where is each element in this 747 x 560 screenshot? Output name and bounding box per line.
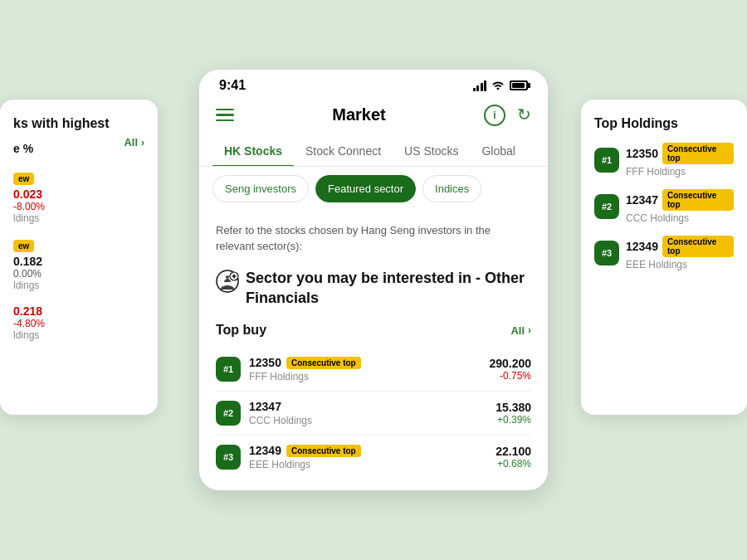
consecutive-badge: Consecutive top bbox=[286, 445, 361, 457]
price: 0.023 bbox=[13, 187, 144, 201]
tab-hk-stocks[interactable]: HK Stocks bbox=[212, 136, 294, 166]
status-icons bbox=[473, 79, 529, 92]
stock-code: 12347 bbox=[626, 193, 658, 207]
right-info: 12349 Consecutive top EEE Holdings bbox=[626, 236, 734, 270]
right-code-row: 12350 Consecutive top bbox=[626, 143, 734, 164]
stock-code: 12350 bbox=[626, 147, 658, 160]
stock-code: 12349 bbox=[249, 444, 281, 457]
stock-code: 12349 bbox=[626, 240, 658, 253]
menu-button[interactable] bbox=[216, 109, 234, 122]
left-card: ks with highest e % All › ew 0.023 -8.00… bbox=[0, 100, 158, 415]
menu-line bbox=[216, 114, 234, 116]
price-value: 290.200 bbox=[489, 357, 531, 370]
menu-line bbox=[216, 119, 234, 122]
top-buy-section: Top buy All › #1 12350 Consecutive top bbox=[216, 323, 531, 479]
stock-info: 12349 Consecutive top EEE Holdings bbox=[249, 444, 487, 470]
stock-price: 290.200 -0.75% bbox=[489, 357, 531, 382]
sector-title: Sector you may be interested in - Other … bbox=[246, 268, 531, 309]
name: ldings bbox=[13, 212, 144, 224]
app-header: Market i ↻ bbox=[199, 98, 548, 136]
rank-badge: #2 bbox=[594, 194, 619, 219]
info-button[interactable]: i bbox=[484, 105, 505, 126]
badge: ew bbox=[13, 173, 34, 185]
change: 0.00% bbox=[13, 268, 144, 280]
scene: ks with highest e % All › ew 0.023 -8.00… bbox=[0, 0, 747, 560]
stock-name: CCC Holdings bbox=[626, 212, 734, 224]
consecutive-badge: Consecutive top bbox=[662, 189, 734, 211]
left-card-subtitle: e % bbox=[13, 142, 33, 155]
right-code-row: 12349 Consecutive top bbox=[626, 236, 734, 257]
section-title: Top buy bbox=[216, 323, 266, 338]
price-value: 15.380 bbox=[496, 401, 531, 414]
chevron-icon: › bbox=[528, 324, 531, 336]
rank-badge: #3 bbox=[216, 445, 241, 470]
price: 0.218 bbox=[13, 304, 144, 318]
stock-name: FFF Holdings bbox=[249, 371, 481, 382]
stock-info: 12350 Consecutive top FFF Holdings bbox=[249, 356, 481, 382]
subtab-seng-investors[interactable]: Seng investors bbox=[212, 175, 309, 202]
stock-name: CCC Holdings bbox=[249, 415, 487, 426]
sub-tabs: Seng investors Featured sector Indices bbox=[199, 167, 548, 211]
badge: ew bbox=[13, 240, 34, 252]
stock-price: 15.380 +0.39% bbox=[496, 401, 531, 426]
stock-code: 12350 bbox=[249, 356, 281, 369]
change: -4.80% bbox=[13, 318, 144, 329]
price-change: +0.39% bbox=[496, 414, 531, 426]
subtab-featured-sector[interactable]: Featured sector bbox=[315, 175, 416, 202]
list-item: 0.218 -4.80% ldings bbox=[13, 304, 144, 341]
list-item: #2 12347 Consecutive top CCC Holdings bbox=[594, 189, 734, 224]
right-info: 12347 Consecutive top CCC Holdings bbox=[626, 189, 734, 224]
tab-global[interactable]: Global bbox=[470, 136, 526, 166]
header-title: Market bbox=[332, 105, 385, 124]
change: -8.00% bbox=[13, 201, 144, 212]
name: ldings bbox=[13, 329, 144, 341]
status-bar: 9:41 bbox=[199, 70, 548, 98]
battery-icon bbox=[510, 80, 528, 90]
stock-info: 12347 CCC Holdings bbox=[249, 400, 487, 426]
rank-badge: #1 bbox=[216, 357, 241, 382]
list-item: ew 0.023 -8.00% ldings bbox=[13, 170, 144, 224]
status-time: 9:41 bbox=[219, 78, 246, 93]
stock-name: EEE Holdings bbox=[249, 459, 487, 470]
left-card-title: ks with highest bbox=[13, 116, 110, 131]
price-value: 22.100 bbox=[496, 445, 531, 458]
list-item: #3 12349 Consecutive top EEE Holdings bbox=[594, 236, 734, 270]
stock-code-row: 12350 Consecutive top bbox=[249, 356, 481, 369]
stock-name: EEE Holdings bbox=[626, 259, 734, 270]
consecutive-badge: Consecutive top bbox=[662, 236, 734, 257]
tab-stock-connect[interactable]: Stock Connect bbox=[294, 136, 393, 166]
left-all-link[interactable]: All › bbox=[124, 136, 144, 149]
stock-row[interactable]: #2 12347 CCC Holdings 15.380 +0.39% bbox=[216, 392, 531, 436]
right-card: Top Holdings #1 12350 Consecutive top FF… bbox=[581, 100, 747, 415]
right-code-row: 12347 Consecutive top bbox=[626, 189, 734, 211]
stock-row[interactable]: #3 12349 Consecutive top EEE Holdings 22… bbox=[216, 436, 531, 479]
description-text: Refer to the stocks chosen by Hang Seng … bbox=[216, 222, 531, 255]
tab-us-stocks[interactable]: US Stocks bbox=[393, 136, 470, 166]
stock-code-row: 12349 Consecutive top bbox=[249, 444, 487, 457]
sector-icon bbox=[216, 270, 239, 293]
stock-code: 12347 bbox=[249, 400, 281, 413]
main-tabs: HK Stocks Stock Connect US Stocks Global bbox=[199, 136, 548, 167]
rank-badge: #2 bbox=[216, 401, 241, 426]
consecutive-badge: Consecutive top bbox=[662, 143, 734, 164]
wifi-icon bbox=[491, 79, 505, 92]
all-link[interactable]: All › bbox=[510, 324, 531, 337]
right-card-title: Top Holdings bbox=[594, 116, 734, 131]
stock-price: 22.100 +0.68% bbox=[496, 445, 531, 470]
right-info: 12350 Consecutive top FFF Holdings bbox=[626, 143, 734, 178]
stock-name: FFF Holdings bbox=[626, 166, 734, 178]
price-change: -0.75% bbox=[489, 370, 531, 382]
name: ldings bbox=[13, 280, 144, 291]
refresh-button[interactable]: ↻ bbox=[517, 105, 531, 126]
consecutive-badge: Consecutive top bbox=[286, 357, 361, 369]
stock-code-row: 12347 bbox=[249, 400, 487, 413]
list-item: #1 12350 Consecutive top FFF Holdings bbox=[594, 143, 734, 178]
rank-badge: #1 bbox=[594, 148, 619, 173]
signal-icon bbox=[473, 80, 487, 91]
header-actions: i ↻ bbox=[484, 105, 531, 126]
main-content: Refer to the stocks chosen by Hang Seng … bbox=[199, 211, 548, 491]
list-item: ew 0.182 0.00% ldings bbox=[13, 237, 144, 291]
price-change: +0.68% bbox=[496, 458, 531, 470]
subtab-indices[interactable]: Indices bbox=[422, 175, 481, 202]
stock-row[interactable]: #1 12350 Consecutive top FFF Holdings 29… bbox=[216, 348, 531, 392]
